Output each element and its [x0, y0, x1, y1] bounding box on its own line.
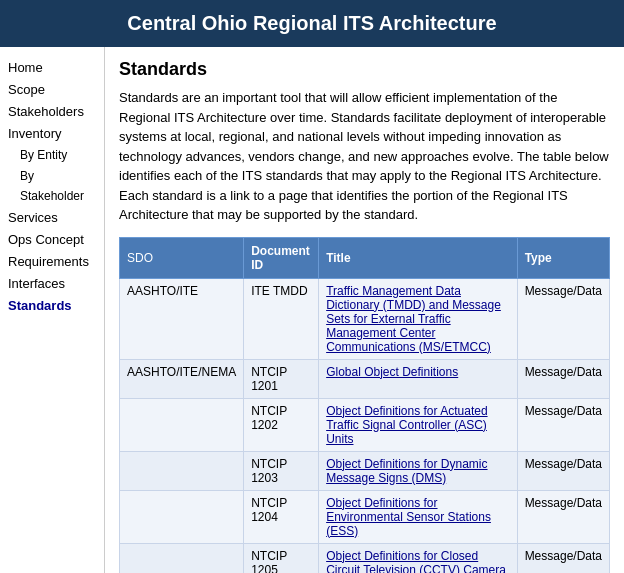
table-row: AASHTO/ITEITE TMDDTraffic Management Dat…: [120, 278, 610, 359]
standard-link[interactable]: Global Object Definitions: [326, 365, 458, 379]
cell-docid: NTCIP 1205: [244, 543, 319, 573]
table-row: NTCIP 1202Object Definitions for Actuate…: [120, 398, 610, 451]
sidebar-item-ops-concept[interactable]: Ops Concept: [8, 229, 96, 251]
sidebar-item-scope[interactable]: Scope: [8, 79, 96, 101]
page-title: Standards: [119, 59, 610, 80]
cell-type: Message/Data: [517, 398, 609, 451]
cell-type: Message/Data: [517, 490, 609, 543]
cell-type: Message/Data: [517, 451, 609, 490]
table-row: NTCIP 1205Object Definitions for Closed …: [120, 543, 610, 573]
page-description: Standards are an important tool that wil…: [119, 88, 610, 225]
cell-sdo: [120, 398, 244, 451]
page-header: Central Ohio Regional ITS Architecture: [0, 0, 624, 47]
main-content: Standards Standards are an important too…: [105, 47, 624, 573]
col-title: Title: [319, 237, 517, 278]
sidebar-item-requirements[interactable]: Requirements: [8, 251, 96, 273]
standard-link[interactable]: Object Definitions for Closed Circuit Te…: [326, 549, 506, 574]
sidebar-item-services[interactable]: Services: [8, 207, 96, 229]
cell-title: Object Definitions for Dynamic Message S…: [319, 451, 517, 490]
cell-sdo: AASHTO/ITE/NEMA: [120, 359, 244, 398]
sidebar-item-standards[interactable]: Standards: [8, 295, 96, 317]
cell-docid: NTCIP 1202: [244, 398, 319, 451]
standards-table: SDO Document ID Title Type AASHTO/ITEITE…: [119, 237, 610, 574]
table-row: AASHTO/ITE/NEMANTCIP 1201Global Object D…: [120, 359, 610, 398]
cell-docid: NTCIP 1203: [244, 451, 319, 490]
cell-docid: NTCIP 1201: [244, 359, 319, 398]
col-sdo: SDO: [120, 237, 244, 278]
sidebar: Home Scope Stakeholders Inventory By Ent…: [0, 47, 105, 573]
cell-title: Object Definitions for Environmental Sen…: [319, 490, 517, 543]
table-row: NTCIP 1204Object Definitions for Environ…: [120, 490, 610, 543]
table-row: NTCIP 1203Object Definitions for Dynamic…: [120, 451, 610, 490]
cell-sdo: AASHTO/ITE: [120, 278, 244, 359]
col-type: Type: [517, 237, 609, 278]
cell-title: Global Object Definitions: [319, 359, 517, 398]
sidebar-item-stakeholders[interactable]: Stakeholders: [8, 101, 96, 123]
standard-link[interactable]: Traffic Management Data Dictionary (TMDD…: [326, 284, 501, 354]
table-header-row: SDO Document ID Title Type: [120, 237, 610, 278]
cell-docid: ITE TMDD: [244, 278, 319, 359]
standard-link[interactable]: Object Definitions for Dynamic Message S…: [326, 457, 487, 485]
col-docid: Document ID: [244, 237, 319, 278]
cell-docid: NTCIP 1204: [244, 490, 319, 543]
cell-sdo: [120, 490, 244, 543]
sidebar-item-home[interactable]: Home: [8, 57, 96, 79]
cell-title: Traffic Management Data Dictionary (TMDD…: [319, 278, 517, 359]
sidebar-item-inventory[interactable]: Inventory: [8, 123, 96, 145]
site-title: Central Ohio Regional ITS Architecture: [0, 0, 624, 47]
standard-link[interactable]: Object Definitions for Actuated Traffic …: [326, 404, 487, 446]
cell-type: Message/Data: [517, 278, 609, 359]
cell-title: Object Definitions for Actuated Traffic …: [319, 398, 517, 451]
sidebar-item-by-stakeholder[interactable]: By Stakeholder: [8, 166, 96, 207]
cell-title: Object Definitions for Closed Circuit Te…: [319, 543, 517, 573]
cell-sdo: [120, 543, 244, 573]
standard-link[interactable]: Object Definitions for Environmental Sen…: [326, 496, 491, 538]
sidebar-item-interfaces[interactable]: Interfaces: [8, 273, 96, 295]
sidebar-item-by-entity[interactable]: By Entity: [8, 145, 96, 165]
cell-type: Message/Data: [517, 359, 609, 398]
cell-type: Message/Data: [517, 543, 609, 573]
cell-sdo: [120, 451, 244, 490]
